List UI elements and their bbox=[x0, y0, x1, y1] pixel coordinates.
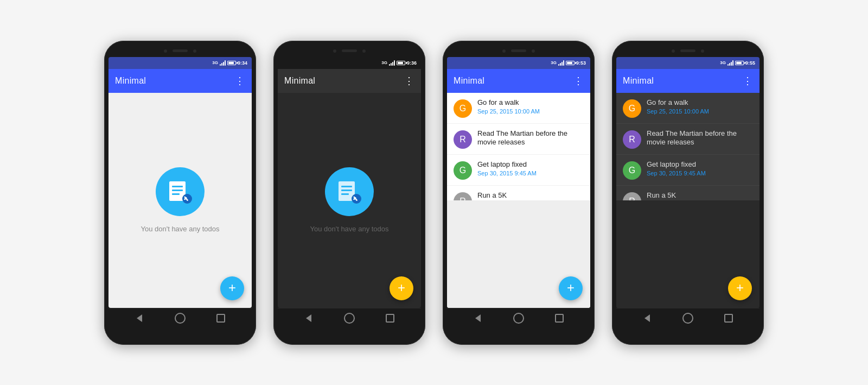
nav-home-1[interactable] bbox=[174, 312, 186, 324]
menu-icon-4[interactable]: ⋮ bbox=[743, 75, 753, 87]
avatar-3-0: G bbox=[454, 99, 472, 118]
app-bar-2: Minimal ⋮ bbox=[278, 69, 421, 93]
phone-4-bottom bbox=[616, 330, 760, 339]
nav-bar-1 bbox=[108, 308, 252, 329]
battery-4 bbox=[735, 61, 744, 65]
phone-1-bottom bbox=[108, 330, 252, 339]
phone-2-bottom bbox=[278, 330, 421, 339]
avatar-4-1: R bbox=[623, 130, 641, 149]
todo-icon-1 bbox=[167, 178, 194, 205]
nav-home-3[interactable] bbox=[513, 312, 525, 324]
fab-2[interactable]: + bbox=[390, 276, 413, 300]
todo-list-3: G Go for a walk Sep 25, 2015 10:00 AM R … bbox=[447, 93, 590, 200]
empty-text-2: You don't have any todos bbox=[310, 225, 388, 233]
sensor-dot-3 bbox=[532, 49, 535, 53]
avatar-4-0: G bbox=[623, 99, 641, 118]
status-time-2: 9:36 bbox=[407, 60, 417, 66]
signal-bars-4 bbox=[727, 60, 733, 66]
phone-2: 3G 9:36 Minimal ⋮ bbox=[273, 41, 425, 345]
menu-icon-3[interactable]: ⋮ bbox=[573, 75, 584, 87]
todo-subtitle-3-2: Sep 30, 2015 9:45 AM bbox=[477, 170, 584, 176]
fab-plus-icon-4: + bbox=[736, 281, 744, 294]
nav-back-3[interactable] bbox=[472, 312, 484, 324]
status-bar-2: 3G 9:36 bbox=[278, 57, 421, 69]
svg-point-11 bbox=[352, 194, 361, 204]
status-bar-1: 3G 9:34 bbox=[108, 57, 252, 69]
fab-1[interactable]: + bbox=[220, 276, 244, 300]
svg-rect-3 bbox=[172, 193, 180, 195]
nav-recents-2[interactable] bbox=[384, 312, 396, 324]
fab-plus-icon-3: + bbox=[567, 281, 575, 294]
camera-dot-2 bbox=[333, 49, 336, 53]
nav-recents-1[interactable] bbox=[215, 312, 227, 324]
phone-3-bottom bbox=[447, 330, 590, 339]
nav-back-2[interactable] bbox=[303, 312, 315, 324]
phone-4-screen: 3G 9:55 Minimal ⋮ bbox=[616, 57, 760, 308]
menu-icon-2[interactable]: ⋮ bbox=[404, 75, 414, 87]
sensor-dot-2 bbox=[362, 49, 366, 53]
avatar-4-3: R bbox=[623, 192, 641, 200]
todo-title-4-0: Go for a walk bbox=[647, 98, 753, 108]
todo-icon-2 bbox=[336, 178, 363, 205]
signal-3g-3: 3G bbox=[551, 60, 557, 65]
nav-bar-2 bbox=[278, 308, 421, 329]
todo-item-4-3[interactable]: R Run a 5K Oct 3, 2015 9:46 AM bbox=[616, 186, 760, 200]
todo-item-3-1[interactable]: R Read The Martian before the movie rele… bbox=[447, 124, 590, 155]
todo-title-4-2: Get laptop fixed bbox=[647, 160, 753, 169]
todo-subtitle-4-2: Sep 30, 2015 9:45 AM bbox=[647, 170, 753, 176]
phone-2-screen: 3G 9:36 Minimal ⋮ bbox=[278, 57, 421, 308]
speaker-3 bbox=[511, 49, 526, 52]
signal-3g-2: 3G bbox=[381, 60, 387, 65]
svg-point-4 bbox=[182, 194, 192, 204]
nav-home-2[interactable] bbox=[343, 312, 355, 324]
phone-1-screen: 3G 9:34 Minimal ⋮ bbox=[108, 57, 252, 308]
status-bar-4: 3G 9:55 bbox=[616, 57, 760, 69]
nav-recents-4[interactable] bbox=[723, 312, 735, 324]
menu-icon-1[interactable]: ⋮ bbox=[235, 75, 245, 87]
fab-plus-icon-1: + bbox=[228, 281, 236, 294]
app-title-4: Minimal bbox=[623, 76, 654, 86]
app-bar-1: Minimal ⋮ bbox=[108, 69, 252, 93]
todo-item-4-1[interactable]: R Read The Martian before the movie rele… bbox=[616, 124, 760, 155]
signal-bars-2 bbox=[389, 60, 395, 66]
todo-item-4-0[interactable]: G Go for a walk Sep 25, 2015 10:00 AM bbox=[616, 93, 760, 124]
signal-bars-1 bbox=[220, 60, 226, 66]
nav-recents-3[interactable] bbox=[553, 312, 565, 324]
todo-title-3-1: Read The Martian before the movie releas… bbox=[477, 129, 584, 148]
empty-icon-2 bbox=[336, 178, 363, 205]
status-time-1: 9:34 bbox=[238, 60, 247, 66]
todo-text-3-1: Read The Martian before the movie releas… bbox=[477, 129, 584, 148]
todo-item-4-2[interactable]: G Get laptop fixed Sep 30, 2015 9:45 AM bbox=[616, 155, 760, 186]
status-time-4: 9:55 bbox=[745, 60, 755, 66]
fab-3[interactable]: + bbox=[559, 276, 583, 300]
empty-state-1: You don't have any todos bbox=[108, 93, 252, 308]
fab-4[interactable]: + bbox=[728, 276, 752, 300]
app-title-3: Minimal bbox=[454, 76, 484, 86]
fab-plus-icon-2: + bbox=[398, 281, 405, 294]
todo-item-3-2[interactable]: G Get laptop fixed Sep 30, 2015 9:45 AM bbox=[447, 155, 590, 186]
phone-1-notch bbox=[108, 46, 252, 56]
phone-3-wrapper: 3G 9:53 Minimal ⋮ bbox=[443, 41, 595, 345]
nav-back-1[interactable] bbox=[133, 312, 145, 324]
status-bar-3: 3G 9:53 bbox=[447, 57, 590, 69]
app-title-2: Minimal bbox=[284, 76, 315, 86]
todo-title-3-0: Go for a walk bbox=[477, 98, 584, 108]
app-bar-3: Minimal ⋮ bbox=[447, 69, 590, 93]
phone-1-wrapper: 3G 9:34 Minimal ⋮ bbox=[104, 41, 256, 345]
phone-3: 3G 9:53 Minimal ⋮ bbox=[443, 41, 595, 345]
sensor-dot bbox=[193, 49, 196, 53]
todo-title-3-3: Run a 5K bbox=[477, 191, 584, 200]
phone-3-screen: 3G 9:53 Minimal ⋮ bbox=[447, 57, 590, 308]
todo-text-4-0: Go for a walk Sep 25, 2015 10:00 AM bbox=[647, 98, 753, 115]
signal-bars-3 bbox=[558, 60, 564, 66]
battery-1 bbox=[227, 61, 236, 65]
nav-home-4[interactable] bbox=[682, 312, 694, 324]
nav-back-4[interactable] bbox=[641, 312, 653, 324]
todo-item-3-0[interactable]: G Go for a walk Sep 25, 2015 10:00 AM bbox=[447, 93, 590, 124]
empty-icon-1 bbox=[167, 178, 194, 205]
nav-bar-3 bbox=[447, 308, 590, 329]
svg-rect-1 bbox=[172, 186, 183, 187]
todo-subtitle-3-0: Sep 25, 2015 10:00 AM bbox=[477, 108, 584, 115]
phone-4-wrapper: 3G 9:55 Minimal ⋮ bbox=[612, 41, 764, 345]
todo-item-3-3[interactable]: R Run a 5K Oct 3, 2015 9:46 AM bbox=[447, 186, 590, 200]
